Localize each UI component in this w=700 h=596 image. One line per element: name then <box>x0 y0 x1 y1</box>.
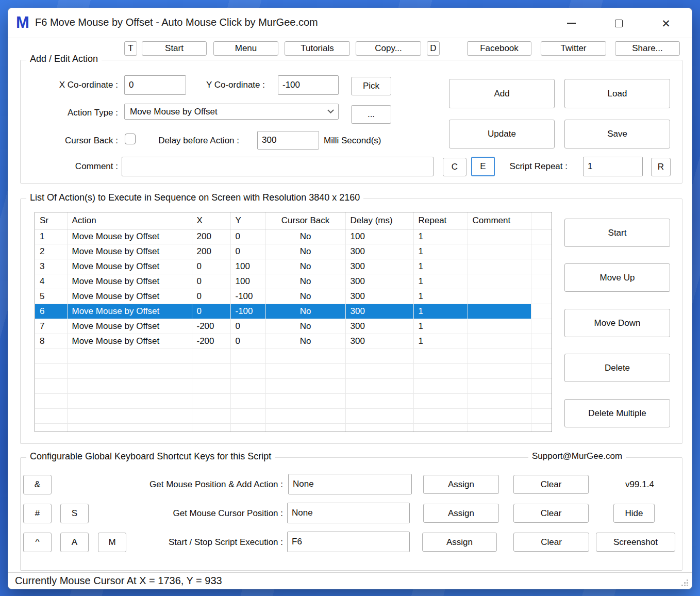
y-coordinate-input[interactable] <box>278 75 339 95</box>
add-edit-group-label: Add / Edit Action <box>26 54 102 64</box>
toolbar-menu-button[interactable]: Menu <box>213 41 278 56</box>
empty-table-row[interactable] <box>35 408 552 423</box>
get-cursor-position-input[interactable] <box>287 503 410 523</box>
column-header-action[interactable]: Action <box>67 212 192 229</box>
table-cell <box>230 349 265 363</box>
table-row[interactable]: 6Move Mouse by Offset0-100No3001 <box>35 304 552 319</box>
key-hash-button[interactable]: # <box>23 504 52 523</box>
save-button[interactable]: Save <box>564 120 670 148</box>
pick-button[interactable]: Pick <box>351 77 391 95</box>
column-header-sr[interactable]: Sr <box>35 212 67 229</box>
action-table[interactable]: Sr Action X Y Cursor Back Delay (ms) Rep… <box>35 212 552 432</box>
key-s-button[interactable]: S <box>60 504 89 523</box>
delete-multiple-button[interactable]: Delete Multiple <box>564 399 670 427</box>
toolbar-start-button[interactable]: Start <box>142 41 207 56</box>
key-a-button[interactable]: A <box>60 533 89 552</box>
table-cell <box>67 408 192 423</box>
x-coordinate-input[interactable] <box>124 75 186 95</box>
hide-button[interactable]: Hide <box>613 504 655 523</box>
load-button[interactable]: Load <box>564 79 670 108</box>
key-caret-button[interactable]: ^ <box>23 533 52 552</box>
title-bar[interactable]: M F6 Move Mouse by Offset - Auto Mouse C… <box>8 8 692 38</box>
column-header-cursor-back[interactable]: Cursor Back <box>265 212 345 229</box>
start-button[interactable]: Start <box>564 219 670 247</box>
table-cell: -200 <box>192 319 230 334</box>
column-header-delay[interactable]: Delay (ms) <box>345 212 413 229</box>
table-cell <box>531 349 552 363</box>
toolbar-twitter-button[interactable]: Twitter <box>541 41 606 56</box>
table-row[interactable]: 8Move Mouse by Offset-2000No3001 <box>35 334 552 349</box>
table-cell <box>265 349 345 363</box>
table-cell: Move Mouse by Offset <box>67 319 192 334</box>
assign-cursor-position-button[interactable]: Assign <box>423 504 499 523</box>
column-header-y[interactable]: Y <box>230 212 265 229</box>
toolbar-tutorials-button[interactable]: Tutorials <box>285 41 350 56</box>
r-button[interactable]: R <box>651 158 671 176</box>
more-options-button[interactable]: ... <box>351 105 391 124</box>
column-header-repeat[interactable]: Repeat <box>413 212 468 229</box>
toolbar-t-button[interactable]: T <box>124 41 137 56</box>
close-button[interactable]: ✕ <box>654 14 678 32</box>
clear-script-key-button[interactable]: Clear <box>513 533 589 552</box>
column-header-x[interactable]: X <box>192 212 230 229</box>
table-row[interactable]: 1Move Mouse by Offset2000No1001 <box>35 229 552 244</box>
action-table-body: 1Move Mouse by Offset2000No10012Move Mou… <box>35 229 552 432</box>
table-row[interactable]: 3Move Mouse by Offset0100No3001 <box>35 259 552 274</box>
table-cell <box>468 289 531 304</box>
table-cell: 1 <box>413 229 468 244</box>
table-cell <box>468 363 531 378</box>
key-m-button[interactable]: M <box>98 533 126 552</box>
table-row[interactable]: 5Move Mouse by Offset0-100No3001 <box>35 289 552 304</box>
script-repeat-input[interactable] <box>583 157 643 176</box>
clear-add-action-button[interactable]: Clear <box>513 475 589 494</box>
column-header-comment[interactable]: Comment <box>468 212 531 229</box>
empty-table-row[interactable] <box>35 349 552 363</box>
table-cell <box>531 423 552 432</box>
update-button[interactable]: Update <box>449 120 555 148</box>
empty-table-row[interactable] <box>35 378 552 393</box>
toolbar-facebook-button[interactable]: Facebook <box>467 41 531 56</box>
get-cursor-position-label: Get Mouse Cursor Position : <box>109 508 283 519</box>
table-cell <box>35 393 67 408</box>
toolbar-share-button[interactable]: Share... <box>615 41 680 56</box>
get-mouse-position-input[interactable] <box>288 474 412 494</box>
comment-input[interactable] <box>122 157 434 176</box>
table-cell: 0 <box>230 334 265 349</box>
table-cell <box>265 393 345 408</box>
toolbar-copy-button[interactable]: Copy... <box>356 41 421 56</box>
start-stop-script-input[interactable] <box>287 532 410 552</box>
table-row[interactable]: 4Move Mouse by Offset0100No3001 <box>35 274 552 289</box>
table-cell <box>67 378 192 393</box>
delay-input[interactable] <box>257 131 319 150</box>
table-cell <box>265 363 345 378</box>
table-cell <box>531 274 552 289</box>
table-cell <box>413 393 468 408</box>
table-cell <box>468 259 531 274</box>
assign-script-key-button[interactable]: Assign <box>422 533 497 552</box>
empty-table-row[interactable] <box>35 423 552 432</box>
c-button[interactable]: C <box>443 158 466 176</box>
action-type-select[interactable]: Move Mouse by Offset <box>124 104 339 120</box>
move-down-button[interactable]: Move Down <box>564 309 670 337</box>
toolbar-d-button[interactable]: D <box>427 41 440 56</box>
move-up-button[interactable]: Move Up <box>564 263 670 292</box>
table-row[interactable]: 2Move Mouse by Offset2000No3001 <box>35 244 552 259</box>
table-cell: Move Mouse by Offset <box>67 304 192 319</box>
key-ampersand-button[interactable]: & <box>23 475 52 494</box>
table-cell <box>230 363 265 378</box>
table-row[interactable]: 7Move Mouse by Offset-2000No3001 <box>35 319 552 334</box>
empty-table-row[interactable] <box>35 393 552 408</box>
add-button[interactable]: Add <box>449 79 555 108</box>
resize-grip-icon[interactable] <box>687 585 688 586</box>
screenshot-button[interactable]: Screenshot <box>596 533 675 552</box>
cursor-back-checkbox[interactable] <box>125 134 136 144</box>
clear-cursor-position-button[interactable]: Clear <box>513 504 589 523</box>
assign-add-action-button[interactable]: Assign <box>423 475 499 494</box>
table-cell: -100 <box>230 304 265 319</box>
empty-table-row[interactable] <box>35 363 552 378</box>
minimize-button[interactable] <box>559 14 584 32</box>
shortcuts-group-label: Configurable Global Keyboard Shortcut Ke… <box>26 451 275 462</box>
delete-button[interactable]: Delete <box>564 354 670 382</box>
e-button[interactable]: E <box>471 157 495 176</box>
maximize-button[interactable] <box>606 14 631 32</box>
